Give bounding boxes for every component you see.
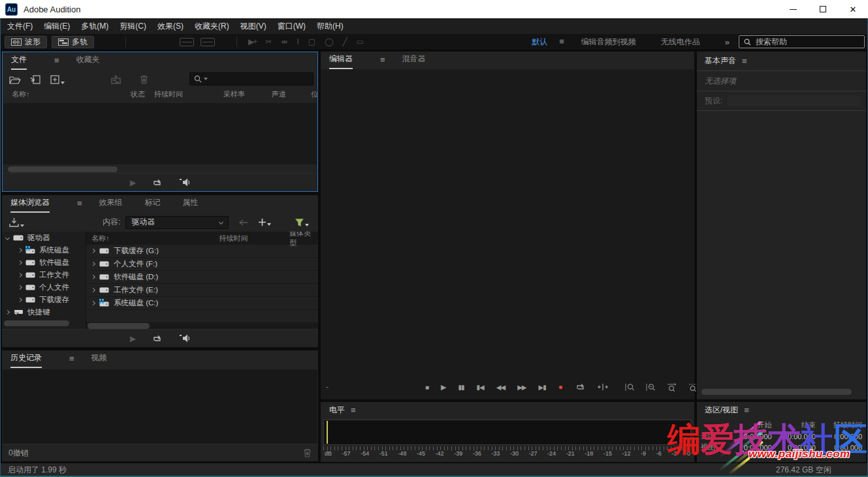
tree-item-shortcuts[interactable]: 快捷键 <box>2 306 86 318</box>
pause-button[interactable]: ▮▮ <box>458 384 464 391</box>
tree-hscrollbar[interactable] <box>4 320 69 326</box>
paintbrush-tool-icon[interactable]: ╱ <box>343 37 347 46</box>
workspace-edit-audio-to-video[interactable]: 编辑音频到视频 <box>581 37 636 48</box>
skip-to-start-button[interactable]: ▮◀ <box>477 384 484 391</box>
tab-editor[interactable]: 编辑器 <box>329 50 353 69</box>
menu-effects[interactable]: 效果(S) <box>157 21 184 32</box>
menu-window[interactable]: 窗口(W) <box>278 21 306 32</box>
chevron-collapsed-icon[interactable] <box>18 285 22 290</box>
insert-into-multitrack-icon[interactable] <box>110 75 121 84</box>
tree-item-personal-files[interactable]: 个人文件 <box>2 281 86 294</box>
levels-panel-menu-icon[interactable] <box>351 405 356 415</box>
tree-item-drives[interactable]: 驱动器 <box>2 232 86 244</box>
menu-favorites[interactable]: 收藏夹(R) <box>195 21 229 32</box>
chevron-collapsed-icon[interactable] <box>5 310 10 315</box>
spectral-display-icon[interactable] <box>201 38 215 46</box>
chevron-collapsed-icon[interactable] <box>91 275 95 279</box>
tab-favorites[interactable]: 收藏夹 <box>76 50 100 70</box>
tab-properties[interactable]: 属性 <box>183 193 199 213</box>
drive-list[interactable]: 名称↑ 持续时间 媒体类型 下载缓存 (G:) 个人文件 (F:) 软件磁盘 (… <box>86 232 318 329</box>
minimize-button[interactable] <box>778 0 808 18</box>
auto-play-speaker-icon[interactable] <box>179 334 190 343</box>
back-arrow-icon[interactable] <box>239 219 248 226</box>
skip-selection-icon[interactable] <box>598 384 608 390</box>
zoom-in-point-icon[interactable] <box>625 383 635 392</box>
chevron-collapsed-icon[interactable] <box>91 262 95 266</box>
play-button[interactable]: ▶ <box>441 383 445 392</box>
history-list[interactable] <box>3 369 317 444</box>
files-hscrollbar[interactable] <box>8 166 118 172</box>
marquee-selection-tool-icon[interactable]: ▢ <box>308 37 315 46</box>
waveform-view-button[interactable]: 波形 <box>5 36 47 48</box>
chevron-expanded-icon[interactable] <box>5 236 10 240</box>
menu-view[interactable]: 视图(V) <box>240 21 266 32</box>
browser-panel-menu-icon[interactable] <box>77 194 82 213</box>
zoom-selection-icon[interactable] <box>688 383 698 392</box>
files-list[interactable] <box>3 103 317 164</box>
close-button[interactable]: ✕ <box>838 0 868 18</box>
tab-video[interactable]: 视频 <box>91 348 107 368</box>
menu-file[interactable]: 文件(F) <box>7 21 33 32</box>
drive-row-g[interactable]: 下载缓存 (G:) <box>86 245 318 257</box>
drive-row-c[interactable]: 系统磁盘 (C:) <box>86 297 318 309</box>
loop-playback-icon[interactable] <box>152 335 162 343</box>
content-dropdown[interactable]: 驱动器 <box>125 216 229 229</box>
tree-item-work-files[interactable]: 工作文件 <box>2 269 86 281</box>
fast-forward-button[interactable]: ▶▶ <box>517 384 526 391</box>
view-row[interactable]: 视图 0:00.000 0:00.000 0:00.000 <box>701 442 862 453</box>
spot-healing-tool-icon[interactable]: ▭ <box>357 37 364 46</box>
chevron-collapsed-icon[interactable] <box>91 301 95 305</box>
editor-panel-menu-icon[interactable] <box>380 51 385 69</box>
files-column-header[interactable]: 名称↑ 状态 持续时间 采样率 声道 位 <box>3 89 317 103</box>
history-panel-menu-icon[interactable] <box>69 350 74 368</box>
search-help-box[interactable]: 搜索帮助 <box>739 35 865 48</box>
zoom-in-full-icon[interactable] <box>667 383 677 392</box>
multitrack-view-button[interactable]: 多轨 <box>52 36 94 48</box>
lasso-selection-tool-icon[interactable]: ◯ <box>325 37 333 46</box>
slip-tool-icon[interactable]: ⇹ <box>281 37 287 46</box>
tab-files[interactable]: 文件 <box>11 50 27 70</box>
menu-help[interactable]: 帮助(H) <box>317 21 344 32</box>
trash-icon[interactable] <box>140 75 148 84</box>
tab-history[interactable]: 历史记录 <box>10 348 42 368</box>
drive-list-header[interactable]: 名称↑ 持续时间 媒体类型 <box>86 232 318 245</box>
move-tool-icon[interactable]: ▶+ <box>248 37 256 46</box>
drive-tree[interactable]: 驱动器 系统磁盘 软件磁盘 工作文件 <box>2 232 86 329</box>
selection-row[interactable]: 选区 0:00.000 0:00.000 0:00.000 <box>701 431 862 442</box>
new-file-icon[interactable] <box>50 75 65 84</box>
tree-item-system-disk[interactable]: 系统磁盘 <box>2 244 86 256</box>
trash-icon[interactable] <box>303 448 312 457</box>
editor-canvas[interactable]: - ■ ▶ ▮▮ ▮◀ ◀◀ ▶▶ ▶▮ ● <box>321 69 694 399</box>
chevron-collapsed-icon[interactable] <box>91 288 95 292</box>
essential-panel-menu-icon[interactable] <box>742 56 747 66</box>
drive-row-e[interactable]: 工作文件 (E:) <box>86 284 318 296</box>
workspace-overflow-icon[interactable]: » <box>725 37 730 47</box>
razor-tool-icon[interactable]: ✂ <box>265 37 272 46</box>
filter-funnel-icon[interactable] <box>295 219 309 226</box>
preview-play-button[interactable]: ▶ <box>130 178 135 187</box>
workspace-menu-icon[interactable] <box>559 33 564 51</box>
preview-play-button[interactable]: ▶ <box>130 334 135 343</box>
selection-panel-menu-icon[interactable] <box>744 405 749 415</box>
open-file-icon[interactable] <box>9 76 21 84</box>
maximize-button[interactable] <box>808 0 838 18</box>
tab-mixer[interactable]: 混音器 <box>402 50 426 69</box>
workspace-default[interactable]: 默认 <box>532 37 547 48</box>
rewind-button[interactable]: ◀◀ <box>496 384 505 391</box>
level-meter[interactable] <box>323 420 691 445</box>
chevron-collapsed-icon[interactable] <box>18 248 22 253</box>
menu-multitrack[interactable]: 多轨(M) <box>81 21 108 32</box>
preset-input[interactable] <box>728 95 861 106</box>
chevron-collapsed-icon[interactable] <box>18 260 22 265</box>
workspace-radio-production[interactable]: 无线电作品 <box>661 37 700 48</box>
add-shortcut-icon[interactable] <box>259 219 271 226</box>
tree-item-download-cache[interactable]: 下载缓存 <box>2 294 86 306</box>
tab-markers[interactable]: 标记 <box>145 193 161 213</box>
essential-hscrollbar[interactable] <box>701 389 852 395</box>
loop-playback-icon[interactable] <box>575 383 585 391</box>
tab-media-browser[interactable]: 媒体浏览器 <box>10 193 50 213</box>
files-panel-menu-icon[interactable] <box>54 52 59 70</box>
menu-clip[interactable]: 剪辑(C) <box>120 21 146 32</box>
stop-button[interactable]: ■ <box>425 384 428 391</box>
record-button[interactable]: ● <box>558 382 563 392</box>
